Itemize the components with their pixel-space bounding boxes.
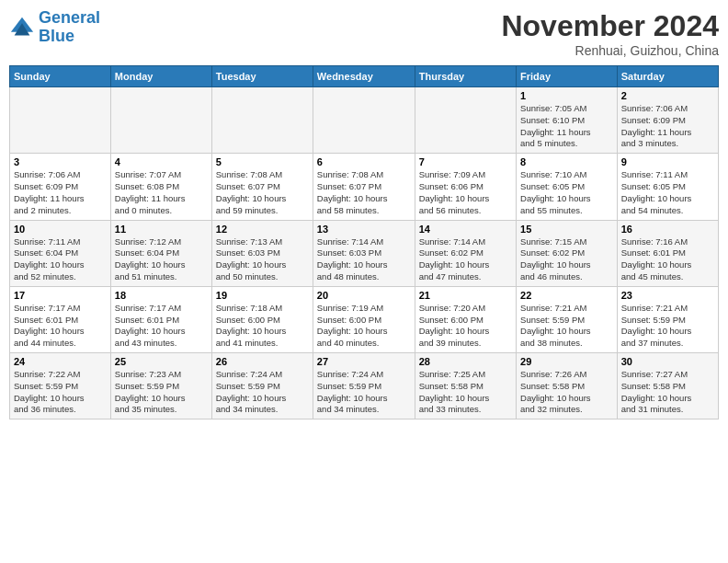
day-number: 16 bbox=[621, 224, 714, 235]
table-row: 19Sunrise: 7:18 AMSunset: 6:00 PMDayligh… bbox=[211, 286, 313, 352]
day-info: Sunrise: 7:11 AMSunset: 6:04 PMDaylight:… bbox=[14, 236, 107, 283]
col-wednesday: Wednesday bbox=[313, 66, 415, 87]
day-info: Sunrise: 7:10 AMSunset: 6:05 PMDaylight:… bbox=[520, 169, 613, 216]
table-row: 11Sunrise: 7:12 AMSunset: 6:04 PMDayligh… bbox=[110, 220, 211, 286]
logo-general: General bbox=[39, 8, 100, 27]
table-row bbox=[110, 87, 211, 154]
page-header: General Blue November 2024 Renhuai, Guiz… bbox=[9, 9, 719, 58]
table-row: 18Sunrise: 7:17 AMSunset: 6:01 PMDayligh… bbox=[110, 286, 211, 352]
col-friday: Friday bbox=[517, 66, 618, 87]
col-tuesday: Tuesday bbox=[211, 66, 313, 87]
day-number: 1 bbox=[520, 90, 613, 101]
table-row: 22Sunrise: 7:21 AMSunset: 5:59 PMDayligh… bbox=[517, 286, 618, 352]
day-number: 11 bbox=[115, 224, 208, 235]
day-info: Sunrise: 7:06 AMSunset: 6:09 PMDaylight:… bbox=[621, 103, 714, 150]
day-info: Sunrise: 7:14 AMSunset: 6:03 PMDaylight:… bbox=[317, 236, 411, 283]
table-row: 14Sunrise: 7:14 AMSunset: 6:02 PMDayligh… bbox=[415, 220, 516, 286]
calendar-week-row: 1Sunrise: 7:05 AMSunset: 6:10 PMDaylight… bbox=[10, 87, 719, 154]
location: Renhuai, Guizhou, China bbox=[501, 43, 719, 58]
day-info: Sunrise: 7:24 AMSunset: 5:59 PMDaylight:… bbox=[216, 369, 309, 416]
table-row: 3Sunrise: 7:06 AMSunset: 6:09 PMDaylight… bbox=[10, 154, 111, 220]
table-row bbox=[313, 87, 415, 154]
day-number: 20 bbox=[317, 290, 411, 301]
day-number: 30 bbox=[621, 356, 714, 367]
day-number: 12 bbox=[216, 224, 309, 235]
day-info: Sunrise: 7:17 AMSunset: 6:01 PMDaylight:… bbox=[115, 303, 208, 350]
day-info: Sunrise: 7:26 AMSunset: 5:58 PMDaylight:… bbox=[520, 369, 613, 416]
day-info: Sunrise: 7:22 AMSunset: 5:59 PMDaylight:… bbox=[14, 369, 107, 416]
table-row: 13Sunrise: 7:14 AMSunset: 6:03 PMDayligh… bbox=[313, 220, 415, 286]
day-number: 7 bbox=[419, 156, 512, 167]
day-info: Sunrise: 7:14 AMSunset: 6:02 PMDaylight:… bbox=[419, 236, 512, 283]
day-number: 8 bbox=[520, 156, 613, 167]
day-number: 5 bbox=[216, 156, 309, 167]
table-row: 20Sunrise: 7:19 AMSunset: 6:00 PMDayligh… bbox=[313, 286, 415, 352]
day-number: 9 bbox=[621, 156, 714, 167]
calendar-week-row: 17Sunrise: 7:17 AMSunset: 6:01 PMDayligh… bbox=[10, 286, 719, 352]
day-info: Sunrise: 7:18 AMSunset: 6:00 PMDaylight:… bbox=[216, 303, 309, 350]
calendar: Sunday Monday Tuesday Wednesday Thursday… bbox=[9, 65, 719, 419]
day-number: 13 bbox=[317, 224, 411, 235]
table-row: 21Sunrise: 7:20 AMSunset: 6:00 PMDayligh… bbox=[415, 286, 516, 352]
day-info: Sunrise: 7:09 AMSunset: 6:06 PMDaylight:… bbox=[419, 169, 512, 216]
col-thursday: Thursday bbox=[415, 66, 516, 87]
table-row: 30Sunrise: 7:27 AMSunset: 5:58 PMDayligh… bbox=[617, 353, 718, 419]
table-row: 17Sunrise: 7:17 AMSunset: 6:01 PMDayligh… bbox=[10, 286, 111, 352]
day-info: Sunrise: 7:21 AMSunset: 5:59 PMDaylight:… bbox=[621, 303, 714, 350]
day-number: 27 bbox=[317, 356, 411, 367]
day-number: 17 bbox=[14, 290, 107, 301]
logo-blue: Blue bbox=[39, 28, 100, 46]
day-number: 25 bbox=[115, 356, 208, 367]
table-row: 5Sunrise: 7:08 AMSunset: 6:07 PMDaylight… bbox=[211, 154, 313, 220]
table-row: 27Sunrise: 7:24 AMSunset: 5:59 PMDayligh… bbox=[313, 353, 415, 419]
day-info: Sunrise: 7:15 AMSunset: 6:02 PMDaylight:… bbox=[520, 236, 613, 283]
day-number: 15 bbox=[520, 224, 613, 235]
logo: General Blue bbox=[9, 9, 100, 46]
day-number: 24 bbox=[14, 356, 107, 367]
table-row: 12Sunrise: 7:13 AMSunset: 6:03 PMDayligh… bbox=[211, 220, 313, 286]
day-info: Sunrise: 7:27 AMSunset: 5:58 PMDaylight:… bbox=[621, 369, 714, 416]
day-info: Sunrise: 7:21 AMSunset: 5:59 PMDaylight:… bbox=[520, 303, 613, 350]
day-info: Sunrise: 7:08 AMSunset: 6:07 PMDaylight:… bbox=[216, 169, 309, 216]
day-info: Sunrise: 7:20 AMSunset: 6:00 PMDaylight:… bbox=[419, 303, 512, 350]
day-number: 23 bbox=[621, 290, 714, 301]
table-row: 25Sunrise: 7:23 AMSunset: 5:59 PMDayligh… bbox=[110, 353, 211, 419]
day-info: Sunrise: 7:17 AMSunset: 6:01 PMDaylight:… bbox=[14, 303, 107, 350]
table-row: 1Sunrise: 7:05 AMSunset: 6:10 PMDaylight… bbox=[517, 87, 618, 154]
day-number: 10 bbox=[14, 224, 107, 235]
day-number: 22 bbox=[520, 290, 613, 301]
calendar-week-row: 3Sunrise: 7:06 AMSunset: 6:09 PMDaylight… bbox=[10, 154, 719, 220]
day-number: 4 bbox=[115, 156, 208, 167]
day-info: Sunrise: 7:05 AMSunset: 6:10 PMDaylight:… bbox=[520, 103, 613, 150]
table-row: 23Sunrise: 7:21 AMSunset: 5:59 PMDayligh… bbox=[617, 286, 718, 352]
table-row: 2Sunrise: 7:06 AMSunset: 6:09 PMDaylight… bbox=[617, 87, 718, 154]
col-sunday: Sunday bbox=[10, 66, 111, 87]
day-info: Sunrise: 7:13 AMSunset: 6:03 PMDaylight:… bbox=[216, 236, 309, 283]
logo-icon bbox=[9, 15, 35, 40]
calendar-week-row: 24Sunrise: 7:22 AMSunset: 5:59 PMDayligh… bbox=[10, 353, 719, 419]
day-info: Sunrise: 7:12 AMSunset: 6:04 PMDaylight:… bbox=[115, 236, 208, 283]
table-row: 10Sunrise: 7:11 AMSunset: 6:04 PMDayligh… bbox=[10, 220, 111, 286]
table-row: 16Sunrise: 7:16 AMSunset: 6:01 PMDayligh… bbox=[617, 220, 718, 286]
table-row: 6Sunrise: 7:08 AMSunset: 6:07 PMDaylight… bbox=[313, 154, 415, 220]
calendar-week-row: 10Sunrise: 7:11 AMSunset: 6:04 PMDayligh… bbox=[10, 220, 719, 286]
day-info: Sunrise: 7:24 AMSunset: 5:59 PMDaylight:… bbox=[317, 369, 411, 416]
table-row: 7Sunrise: 7:09 AMSunset: 6:06 PMDaylight… bbox=[415, 154, 516, 220]
day-number: 26 bbox=[216, 356, 309, 367]
day-info: Sunrise: 7:08 AMSunset: 6:07 PMDaylight:… bbox=[317, 169, 411, 216]
day-info: Sunrise: 7:19 AMSunset: 6:00 PMDaylight:… bbox=[317, 303, 411, 350]
day-info: Sunrise: 7:23 AMSunset: 5:59 PMDaylight:… bbox=[115, 369, 208, 416]
day-info: Sunrise: 7:11 AMSunset: 6:05 PMDaylight:… bbox=[621, 169, 714, 216]
day-info: Sunrise: 7:25 AMSunset: 5:58 PMDaylight:… bbox=[419, 369, 512, 416]
table-row: 15Sunrise: 7:15 AMSunset: 6:02 PMDayligh… bbox=[517, 220, 618, 286]
table-row: 8Sunrise: 7:10 AMSunset: 6:05 PMDaylight… bbox=[517, 154, 618, 220]
day-number: 21 bbox=[419, 290, 512, 301]
day-info: Sunrise: 7:06 AMSunset: 6:09 PMDaylight:… bbox=[14, 169, 107, 216]
table-row bbox=[415, 87, 516, 154]
day-number: 2 bbox=[621, 90, 714, 101]
table-row: 24Sunrise: 7:22 AMSunset: 5:59 PMDayligh… bbox=[10, 353, 111, 419]
table-row: 4Sunrise: 7:07 AMSunset: 6:08 PMDaylight… bbox=[110, 154, 211, 220]
table-row bbox=[211, 87, 313, 154]
table-row: 26Sunrise: 7:24 AMSunset: 5:59 PMDayligh… bbox=[211, 353, 313, 419]
day-number: 18 bbox=[115, 290, 208, 301]
